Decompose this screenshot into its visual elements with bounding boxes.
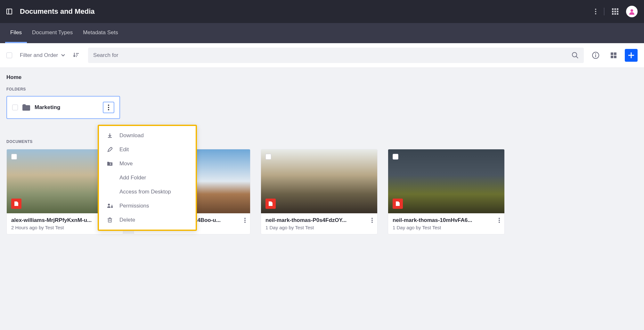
info-icon[interactable] bbox=[589, 49, 602, 62]
document-checkbox[interactable] bbox=[11, 154, 17, 160]
svg-point-45 bbox=[499, 222, 500, 223]
header-separator bbox=[604, 8, 604, 15]
view-grid-icon[interactable] bbox=[607, 49, 620, 61]
dropdown-access-desktop-label: Access from Desktop bbox=[119, 189, 171, 195]
dropdown-add-folder-label: Add Folder bbox=[119, 175, 146, 181]
document-checkbox[interactable] bbox=[265, 154, 271, 160]
document-actions-icon[interactable] bbox=[244, 218, 246, 223]
filter-order-button[interactable]: Filter and Order bbox=[17, 52, 68, 59]
document-meta: 1 Day ago by Test Test bbox=[265, 225, 373, 230]
folders-section-label: FOLDERS bbox=[6, 87, 638, 91]
svg-rect-3 bbox=[612, 8, 614, 10]
dropdown-add-folder[interactable]: Add Folder bbox=[99, 171, 196, 185]
svg-point-43 bbox=[499, 218, 500, 219]
toolbar: Filter and Order bbox=[0, 43, 644, 68]
dropdown-permissions[interactable]: Permissions bbox=[99, 199, 196, 213]
svg-rect-5 bbox=[617, 8, 618, 10]
dropdown-permissions-label: Permissions bbox=[119, 203, 149, 209]
document-card[interactable]: neil-mark-thomas-10mHvFA6... 1 Day ago b… bbox=[388, 149, 505, 234]
search-box bbox=[88, 48, 584, 63]
move-icon bbox=[107, 161, 113, 166]
svg-rect-9 bbox=[612, 13, 614, 15]
dropdown-edit-label: Edit bbox=[119, 146, 129, 153]
svg-rect-32 bbox=[111, 206, 113, 208]
svg-rect-33 bbox=[108, 219, 111, 222]
dropdown-download-label: Download bbox=[119, 132, 144, 139]
document-thumbnail bbox=[261, 149, 377, 213]
svg-point-29 bbox=[108, 109, 109, 110]
delete-icon bbox=[107, 217, 113, 223]
app-header: Documents and Media bbox=[0, 0, 644, 23]
dropdown-access-desktop[interactable]: Access from Desktop bbox=[99, 185, 196, 199]
dropdown-delete[interactable]: Delete bbox=[99, 213, 196, 227]
filter-order-label: Filter and Order bbox=[20, 52, 58, 59]
document-card[interactable]: neil-mark-thomas-P0s4FdzOY... 1 Day ago … bbox=[261, 149, 378, 234]
document-actions-icon[interactable] bbox=[499, 218, 500, 223]
svg-rect-13 bbox=[76, 53, 79, 54]
folder-checkbox[interactable] bbox=[12, 105, 18, 110]
svg-point-37 bbox=[244, 218, 246, 219]
svg-point-0 bbox=[595, 9, 596, 10]
document-title: neil-mark-thomas-10mHvFA6... bbox=[393, 217, 499, 224]
svg-point-44 bbox=[499, 220, 500, 221]
svg-point-38 bbox=[244, 220, 246, 221]
svg-line-17 bbox=[576, 56, 578, 58]
svg-point-1 bbox=[595, 11, 596, 12]
svg-point-19 bbox=[595, 53, 596, 54]
dropdown-edit[interactable]: Edit bbox=[99, 143, 196, 157]
svg-rect-22 bbox=[614, 52, 616, 55]
breadcrumb[interactable]: Home bbox=[6, 74, 638, 81]
avatar[interactable] bbox=[626, 6, 638, 17]
tab-document-types[interactable]: Document Types bbox=[27, 23, 78, 43]
document-actions-icon[interactable] bbox=[371, 218, 373, 223]
svg-rect-20 bbox=[595, 55, 596, 57]
search-icon[interactable] bbox=[572, 52, 579, 59]
dropdown-delete-label: Delete bbox=[119, 217, 135, 223]
select-all-checkbox[interactable] bbox=[6, 52, 12, 58]
svg-point-42 bbox=[371, 222, 373, 223]
tab-files[interactable]: Files bbox=[5, 23, 27, 43]
document-thumbnail bbox=[388, 149, 504, 213]
tab-metadata-sets[interactable]: Metadata Sets bbox=[78, 23, 123, 43]
svg-point-12 bbox=[631, 9, 633, 12]
document-title: neil-mark-thomas-P0s4FdzOY... bbox=[265, 217, 371, 224]
folder-icon bbox=[22, 104, 30, 111]
header-more-icon[interactable] bbox=[595, 9, 596, 14]
svg-point-28 bbox=[108, 107, 109, 108]
sort-icon[interactable] bbox=[73, 52, 79, 59]
image-badge-icon bbox=[11, 199, 21, 209]
panel-toggle-icon[interactable] bbox=[6, 9, 12, 14]
svg-point-41 bbox=[371, 220, 373, 221]
add-button[interactable] bbox=[625, 49, 638, 62]
apps-grid-icon[interactable] bbox=[612, 8, 618, 15]
svg-point-16 bbox=[572, 52, 577, 57]
folder-actions-button[interactable] bbox=[103, 102, 114, 113]
svg-rect-21 bbox=[611, 52, 613, 55]
svg-rect-7 bbox=[615, 11, 616, 12]
permissions-icon bbox=[107, 203, 113, 208]
svg-point-2 bbox=[595, 13, 596, 14]
search-input[interactable] bbox=[93, 52, 572, 59]
svg-rect-10 bbox=[615, 13, 616, 15]
svg-rect-30 bbox=[108, 137, 112, 138]
svg-rect-24 bbox=[614, 56, 616, 58]
tabs: Files Document Types Metadata Sets bbox=[0, 23, 644, 43]
svg-point-39 bbox=[244, 222, 246, 223]
page-title: Documents and Media bbox=[20, 7, 94, 16]
folder-name: Marketing bbox=[35, 104, 98, 111]
svg-rect-14 bbox=[76, 55, 78, 55]
document-checkbox[interactable] bbox=[393, 154, 398, 160]
caret-down-icon bbox=[61, 54, 65, 57]
dropdown-move[interactable]: Move bbox=[99, 157, 196, 171]
download-icon bbox=[107, 133, 113, 138]
image-badge-icon bbox=[265, 199, 276, 209]
svg-rect-8 bbox=[617, 11, 618, 12]
folder-actions-dropdown: Download Edit Move Add Folder Access fro… bbox=[98, 125, 197, 231]
dropdown-move-label: Move bbox=[119, 161, 133, 167]
folder-card[interactable]: Marketing bbox=[6, 96, 120, 119]
dropdown-download[interactable]: Download bbox=[99, 129, 196, 143]
svg-rect-15 bbox=[76, 56, 77, 57]
edit-icon bbox=[107, 147, 113, 152]
svg-rect-4 bbox=[615, 8, 616, 10]
svg-rect-23 bbox=[611, 56, 613, 58]
